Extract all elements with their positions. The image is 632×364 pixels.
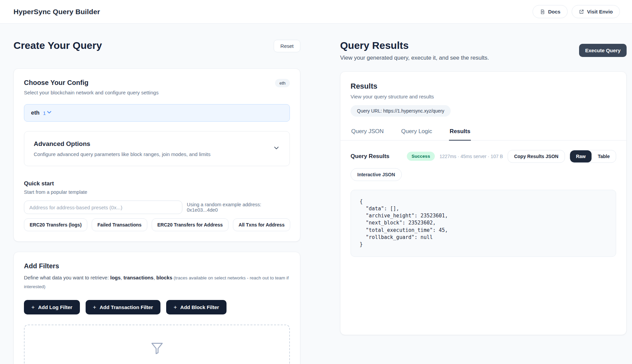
advanced-options-title: Advanced Options [34, 140, 210, 148]
preset-all-txns-address[interactable]: All Txns for Address [233, 218, 290, 231]
view-raw-toggle[interactable]: Raw [570, 150, 592, 162]
status-badge: Success [407, 152, 435, 161]
results-toolbar: Query Results Success 1227ms · 45ms serv… [351, 150, 616, 163]
plus-icon: + [174, 304, 177, 310]
results-panel-title: Query Results [340, 40, 489, 52]
app-title: HyperSync Query Builder [13, 8, 100, 16]
app-header: HyperSync Query Builder Docs Visit Envio [0, 0, 632, 24]
chevron-down-icon [46, 109, 53, 117]
funnel-icon [149, 352, 165, 357]
network-select-name: eth [31, 110, 40, 116]
filters-description: Define what data you want to retrieve: l… [24, 273, 290, 291]
config-card: Choose Your Config Select your blockchai… [13, 68, 300, 242]
add-block-filter-label: Add Block Filter [180, 304, 219, 310]
results-card: Results View your query structure and re… [340, 71, 627, 335]
plus-icon: + [93, 304, 96, 310]
network-select-id: 1 [43, 110, 46, 116]
reset-button[interactable]: Reset [274, 40, 300, 52]
external-link-icon [579, 9, 584, 14]
config-title: Choose Your Config [24, 79, 158, 87]
add-transaction-filter-label: Add Transaction Filter [100, 304, 153, 310]
address-input[interactable] [24, 201, 182, 214]
config-subtitle: Select your blockchain network and confi… [24, 90, 158, 95]
advanced-options-subtitle: Configure advanced query parameters like… [34, 151, 210, 157]
filters-desc-logs: logs [110, 275, 121, 280]
add-transaction-filter-button[interactable]: + Add Transaction Filter [86, 300, 160, 314]
view-table-toggle[interactable]: Table [592, 150, 616, 162]
results-tabs: Query JSON Query Logic Results [340, 125, 626, 141]
results-header: Query Results View your generated query,… [340, 40, 627, 61]
filters-card: Add Filters Define what data you want to… [13, 252, 300, 364]
visit-envio-button[interactable]: Visit Envio [572, 5, 620, 18]
advanced-options-titles: Advanced Options Configure advanced quer… [34, 140, 210, 157]
no-filters-text: No filters added yet [25, 363, 289, 364]
quick-start-input-row: Using a random example address: 0x1e03..… [24, 201, 290, 214]
docs-button-label: Docs [548, 9, 561, 14]
chevron-down-icon [273, 144, 280, 153]
filter-buttons: + Add Log Filter + Add Transaction Filte… [24, 300, 290, 314]
tab-query-json[interactable]: Query JSON [351, 125, 384, 141]
results-card-title: Results [351, 82, 616, 91]
interactive-json-button[interactable]: Interactive JSON [351, 168, 402, 181]
results-toolbar-actions: Success 1227ms · 45ms server · 107 B Cop… [407, 150, 616, 163]
tab-results[interactable]: Results [449, 125, 471, 141]
header-actions: Docs Visit Envio [533, 5, 620, 18]
no-filters-placeholder: No filters added yet [24, 325, 290, 364]
results-card-subtitle: View your query structure and results [351, 94, 616, 99]
builder-header: Create Your Query Reset [13, 40, 300, 52]
document-icon [540, 9, 545, 14]
quick-start-section: Quick start Start from a popular templat… [24, 180, 290, 231]
view-mode-toggle: Raw Table [570, 150, 616, 163]
config-card-header: Choose Your Config Select your blockchai… [24, 79, 290, 95]
query-url-badge: Query URL: https://1.hypersync.xyz/query [351, 105, 451, 117]
visit-envio-button-label: Visit Envio [587, 9, 613, 14]
filters-desc-blocks: blocks [156, 275, 173, 280]
query-results-label: Query Results [351, 153, 389, 160]
results-panel-subtitle: View your generated query, execute it, a… [340, 55, 489, 61]
query-results-panel: Query Results View your generated query,… [340, 40, 627, 364]
results-json-content: { "data": [], "archive_height": 23523601… [360, 198, 607, 248]
timing-text: 1227ms · 45ms server · 107 B [440, 154, 503, 159]
filters-title: Add Filters [24, 262, 290, 270]
docs-button[interactable]: Docs [533, 5, 568, 18]
quick-start-title: Quick start [24, 180, 290, 187]
quick-start-subtitle: Start from a popular template [24, 189, 290, 195]
network-select[interactable]: eth 1 [24, 104, 290, 122]
add-block-filter-button[interactable]: + Add Block Filter [166, 300, 227, 314]
plus-icon: + [31, 304, 35, 310]
results-header-titles: Query Results View your generated query,… [340, 40, 489, 61]
network-badge: eth [275, 79, 290, 87]
add-log-filter-button[interactable]: + Add Log Filter [24, 300, 80, 314]
preset-failed-transactions[interactable]: Failed Transactions [92, 218, 147, 231]
preset-erc20-transfers-address[interactable]: ERC20 Transfers for Address [152, 218, 229, 231]
preset-erc20-transfers-logs[interactable]: ERC20 Transfers (logs) [24, 218, 87, 231]
address-hint: Using a random example address: 0x1e03..… [187, 202, 290, 213]
config-card-titles: Choose Your Config Select your blockchai… [24, 79, 158, 95]
tab-query-logic[interactable]: Query Logic [400, 125, 433, 141]
add-log-filter-label: Add Log Filter [38, 304, 72, 310]
execute-query-button[interactable]: Execute Query [579, 44, 627, 57]
results-json-block: { "data": [], "archive_height": 23523601… [351, 190, 616, 257]
filters-desc-transactions: transactions [123, 275, 153, 280]
main-content: Create Your Query Reset Choose Your Conf… [0, 24, 632, 364]
copy-results-json-button[interactable]: Copy Results JSON [508, 150, 565, 163]
builder-title: Create Your Query [13, 40, 102, 52]
preset-buttons: ERC20 Transfers (logs) Failed Transactio… [24, 218, 290, 231]
query-builder-panel: Create Your Query Reset Choose Your Conf… [13, 40, 300, 364]
advanced-options-toggle[interactable]: Advanced Options Configure advanced quer… [24, 131, 290, 166]
